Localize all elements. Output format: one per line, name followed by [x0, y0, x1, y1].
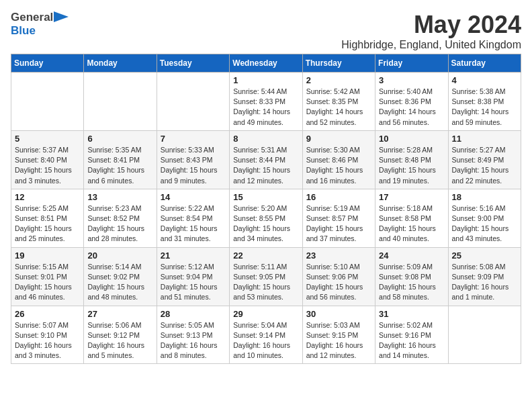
- cell-info-text: Sunrise: 5:25 AM Sunset: 8:51 PM Dayligh…: [15, 203, 80, 244]
- cell-info-text: Sunrise: 5:18 AM Sunset: 8:58 PM Dayligh…: [379, 203, 444, 244]
- cell-day-number: 27: [87, 309, 152, 319]
- day-header-thursday: Thursday: [302, 54, 375, 73]
- cell-info-text: Sunrise: 5:05 AM Sunset: 9:13 PM Dayligh…: [161, 320, 226, 361]
- cell-info-text: Sunrise: 5:27 AM Sunset: 8:49 PM Dayligh…: [452, 145, 517, 186]
- cell-info-text: Sunrise: 5:33 AM Sunset: 8:43 PM Dayligh…: [161, 145, 226, 186]
- calendar-cell: 13Sunrise: 5:23 AM Sunset: 8:52 PM Dayli…: [84, 189, 157, 247]
- calendar-cell: 31Sunrise: 5:02 AM Sunset: 9:16 PM Dayli…: [375, 306, 448, 364]
- calendar-cell: 23Sunrise: 5:10 AM Sunset: 9:06 PM Dayli…: [302, 247, 375, 306]
- calendar-cell: 1Sunrise: 5:44 AM Sunset: 8:33 PM Daylig…: [230, 73, 302, 131]
- cell-info-text: Sunrise: 5:07 AM Sunset: 9:10 PM Dayligh…: [15, 320, 80, 361]
- calendar-cell: 26Sunrise: 5:07 AM Sunset: 9:10 PM Dayli…: [11, 306, 84, 364]
- logo-icon: [54, 11, 69, 22]
- cell-day-number: 31: [379, 309, 444, 319]
- day-header-saturday: Saturday: [448, 54, 521, 73]
- cell-day-number: 22: [233, 250, 298, 261]
- cell-day-number: 28: [161, 309, 226, 319]
- calendar-cell: 9Sunrise: 5:30 AM Sunset: 8:46 PM Daylig…: [302, 130, 375, 189]
- calendar-cell: 14Sunrise: 5:22 AM Sunset: 8:54 PM Dayli…: [157, 189, 229, 247]
- calendar-cell: 5Sunrise: 5:37 AM Sunset: 8:40 PM Daylig…: [11, 130, 84, 189]
- cell-day-number: 4: [452, 75, 517, 85]
- calendar-cell: 28Sunrise: 5:05 AM Sunset: 9:13 PM Dayli…: [157, 306, 229, 364]
- cell-info-text: Sunrise: 5:06 AM Sunset: 9:12 PM Dayligh…: [87, 320, 152, 361]
- cell-day-number: 29: [233, 309, 298, 319]
- cell-info-text: Sunrise: 5:31 AM Sunset: 8:44 PM Dayligh…: [233, 145, 298, 186]
- cell-day-number: 11: [452, 134, 517, 144]
- title-section: May 2024 Highbridge, England, United Kin…: [341, 11, 521, 51]
- cell-info-text: Sunrise: 5:03 AM Sunset: 9:15 PM Dayligh…: [306, 320, 371, 361]
- cell-info-text: Sunrise: 5:28 AM Sunset: 8:48 PM Dayligh…: [379, 145, 444, 186]
- cell-day-number: 7: [161, 134, 226, 144]
- calendar-week-row: 12Sunrise: 5:25 AM Sunset: 8:51 PM Dayli…: [11, 189, 521, 247]
- cell-info-text: Sunrise: 5:11 AM Sunset: 9:05 PM Dayligh…: [233, 262, 298, 303]
- cell-day-number: 2: [306, 75, 371, 85]
- cell-info-text: Sunrise: 5:23 AM Sunset: 8:52 PM Dayligh…: [87, 203, 152, 244]
- calendar-cell: [157, 73, 229, 131]
- calendar-header-row: SundayMondayTuesdayWednesdayThursdayFrid…: [11, 54, 521, 73]
- cell-day-number: 17: [379, 192, 444, 202]
- calendar-cell: 8Sunrise: 5:31 AM Sunset: 8:44 PM Daylig…: [230, 130, 302, 189]
- cell-info-text: Sunrise: 5:40 AM Sunset: 8:36 PM Dayligh…: [379, 87, 444, 128]
- page-header: General Blue May 2024 Highbridge, Englan…: [11, 11, 521, 51]
- cell-info-text: Sunrise: 5:10 AM Sunset: 9:06 PM Dayligh…: [306, 262, 371, 303]
- cell-info-text: Sunrise: 5:42 AM Sunset: 8:35 PM Dayligh…: [306, 87, 371, 128]
- logo: General Blue: [11, 11, 69, 38]
- calendar-cell: 10Sunrise: 5:28 AM Sunset: 8:48 PM Dayli…: [375, 130, 448, 189]
- calendar-cell: 15Sunrise: 5:20 AM Sunset: 8:55 PM Dayli…: [230, 189, 302, 247]
- cell-day-number: 19: [15, 250, 80, 261]
- cell-day-number: 16: [306, 192, 371, 202]
- calendar-cell: 21Sunrise: 5:12 AM Sunset: 9:04 PM Dayli…: [157, 247, 229, 306]
- calendar-cell: 12Sunrise: 5:25 AM Sunset: 8:51 PM Dayli…: [11, 189, 84, 247]
- calendar-week-row: 1Sunrise: 5:44 AM Sunset: 8:33 PM Daylig…: [11, 73, 521, 131]
- cell-info-text: Sunrise: 5:09 AM Sunset: 9:08 PM Dayligh…: [379, 262, 444, 303]
- calendar-table: SundayMondayTuesdayWednesdayThursdayFrid…: [11, 54, 521, 364]
- cell-info-text: Sunrise: 5:19 AM Sunset: 8:57 PM Dayligh…: [306, 203, 371, 244]
- cell-day-number: 18: [452, 192, 517, 202]
- cell-info-text: Sunrise: 5:20 AM Sunset: 8:55 PM Dayligh…: [233, 203, 298, 244]
- calendar-cell: 16Sunrise: 5:19 AM Sunset: 8:57 PM Dayli…: [302, 189, 375, 247]
- calendar-cell: 2Sunrise: 5:42 AM Sunset: 8:35 PM Daylig…: [302, 73, 375, 131]
- logo-general-text: General: [11, 11, 53, 24]
- cell-day-number: 30: [306, 309, 371, 319]
- cell-info-text: Sunrise: 5:38 AM Sunset: 8:38 PM Dayligh…: [452, 87, 517, 128]
- cell-day-number: 5: [15, 134, 80, 144]
- calendar-cell: 4Sunrise: 5:38 AM Sunset: 8:38 PM Daylig…: [448, 73, 521, 131]
- cell-day-number: 14: [161, 192, 226, 202]
- cell-day-number: 25: [452, 250, 517, 261]
- day-header-friday: Friday: [375, 54, 448, 73]
- calendar-cell: 17Sunrise: 5:18 AM Sunset: 8:58 PM Dayli…: [375, 189, 448, 247]
- calendar-cell: 7Sunrise: 5:33 AM Sunset: 8:43 PM Daylig…: [157, 130, 229, 189]
- cell-day-number: 24: [379, 250, 444, 261]
- calendar-cell: [84, 73, 157, 131]
- cell-day-number: 9: [306, 134, 371, 144]
- cell-info-text: Sunrise: 5:30 AM Sunset: 8:46 PM Dayligh…: [306, 145, 371, 186]
- location-subtitle: Highbridge, England, United Kingdom: [341, 39, 521, 51]
- cell-info-text: Sunrise: 5:12 AM Sunset: 9:04 PM Dayligh…: [161, 262, 226, 303]
- cell-info-text: Sunrise: 5:15 AM Sunset: 9:01 PM Dayligh…: [15, 262, 80, 303]
- cell-info-text: Sunrise: 5:08 AM Sunset: 9:09 PM Dayligh…: [452, 262, 517, 303]
- calendar-cell: 19Sunrise: 5:15 AM Sunset: 9:01 PM Dayli…: [11, 247, 84, 306]
- day-header-tuesday: Tuesday: [157, 54, 229, 73]
- calendar-cell: 24Sunrise: 5:09 AM Sunset: 9:08 PM Dayli…: [375, 247, 448, 306]
- cell-day-number: 26: [15, 309, 80, 319]
- calendar-cell: 27Sunrise: 5:06 AM Sunset: 9:12 PM Dayli…: [84, 306, 157, 364]
- svg-marker-0: [54, 11, 69, 22]
- cell-day-number: 20: [87, 250, 152, 261]
- calendar-cell: 3Sunrise: 5:40 AM Sunset: 8:36 PM Daylig…: [375, 73, 448, 131]
- cell-day-number: 15: [233, 192, 298, 202]
- cell-day-number: 1: [233, 75, 298, 85]
- cell-day-number: 8: [233, 134, 298, 144]
- day-header-monday: Monday: [84, 54, 157, 73]
- calendar-week-row: 19Sunrise: 5:15 AM Sunset: 9:01 PM Dayli…: [11, 247, 521, 306]
- calendar-cell: 29Sunrise: 5:04 AM Sunset: 9:14 PM Dayli…: [230, 306, 302, 364]
- calendar-cell: 20Sunrise: 5:14 AM Sunset: 9:02 PM Dayli…: [84, 247, 157, 306]
- calendar-cell: [11, 73, 84, 131]
- calendar-cell: 30Sunrise: 5:03 AM Sunset: 9:15 PM Dayli…: [302, 306, 375, 364]
- cell-day-number: 12: [15, 192, 80, 202]
- calendar-week-row: 5Sunrise: 5:37 AM Sunset: 8:40 PM Daylig…: [11, 130, 521, 189]
- cell-day-number: 6: [87, 134, 152, 144]
- cell-day-number: 10: [379, 134, 444, 144]
- cell-info-text: Sunrise: 5:02 AM Sunset: 9:16 PM Dayligh…: [379, 320, 444, 361]
- calendar-cell: 11Sunrise: 5:27 AM Sunset: 8:49 PM Dayli…: [448, 130, 521, 189]
- cell-day-number: 13: [87, 192, 152, 202]
